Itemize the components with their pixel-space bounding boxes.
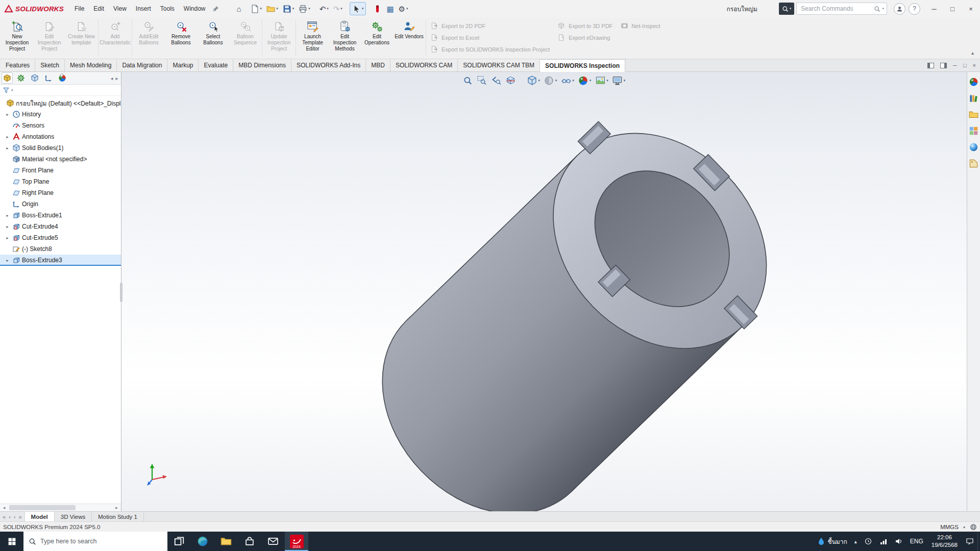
maximize-button[interactable]: □: [943, 0, 962, 17]
undo-button[interactable]: ↶▾: [317, 2, 331, 15]
tab-motion-study-1[interactable]: Motion Study 1: [92, 512, 144, 521]
chevron-down-icon[interactable]: ▾: [260, 7, 262, 11]
mail-button[interactable]: [261, 532, 285, 551]
view-palette-icon[interactable]: [969, 126, 978, 136]
section-view-button[interactable]: [504, 74, 517, 87]
tray-clock-app[interactable]: [861, 532, 876, 551]
expand-arrow-icon[interactable]: ▸: [4, 258, 11, 263]
task-view-button[interactable]: [167, 532, 191, 551]
chevron-down-icon[interactable]: ▾: [606, 79, 608, 83]
save-button[interactable]: ▾: [281, 2, 297, 15]
tree-item-cut-extrude5[interactable]: ▸ Cut-Extrude5: [0, 232, 121, 243]
balloon-sequence-button[interactable]: Balloon Sequence: [229, 18, 261, 58]
tab-data-migration[interactable]: Data Migration: [117, 59, 167, 71]
chevron-down-icon[interactable]: ▾: [406, 7, 408, 11]
custom-properties-icon[interactable]: [969, 159, 978, 168]
solidworks-app-button[interactable]: 2024: [285, 532, 308, 551]
display-style-button[interactable]: ▾: [543, 74, 559, 87]
model-3d-cylinder[interactable]: [121, 72, 967, 511]
chevron-down-icon[interactable]: ▾: [555, 79, 557, 83]
create-new-template-button[interactable]: Create New template: [65, 18, 97, 58]
tab-configurationmanager[interactable]: [29, 72, 40, 84]
menu-file[interactable]: File: [70, 0, 89, 17]
tab-dimxpertmanager[interactable]: [43, 72, 54, 84]
weather-widget[interactable]: ชื้นมาก: [814, 532, 851, 551]
expand-arrow-icon[interactable]: ▸: [4, 213, 11, 218]
tab-solidworks-addins[interactable]: SOLIDWORKS Add-Ins: [291, 59, 366, 71]
edit-appearance-button[interactable]: ▾: [577, 74, 593, 87]
tab-markup[interactable]: Markup: [167, 59, 199, 71]
tree-item-sketch8[interactable]: (-) Sketch8: [0, 243, 121, 255]
prev-tab-icon[interactable]: ‹: [9, 514, 11, 520]
tab-solidworks-cam[interactable]: SOLIDWORKS CAM: [390, 59, 458, 71]
edge-button[interactable]: [191, 532, 214, 551]
search-scope-button[interactable]: ▾: [779, 3, 794, 15]
chevron-down-icon[interactable]: ▾: [308, 7, 310, 11]
export-swip-button[interactable]: Export to SOLIDWORKS Inspection Project: [431, 45, 550, 53]
search-commands-box[interactable]: ▾: [796, 3, 887, 15]
tree-item-solid-bodies[interactable]: ▸ Solid Bodies(1): [0, 142, 121, 154]
search-commands-input[interactable]: [801, 5, 872, 12]
menu-window[interactable]: Window: [179, 0, 210, 17]
chevron-down-icon[interactable]: ▾: [572, 79, 574, 83]
menu-edit[interactable]: Edit: [89, 0, 109, 17]
tab-featuremanager-tree[interactable]: [2, 72, 13, 84]
file-explorer-button[interactable]: [214, 532, 238, 551]
tree-item-boss-extrude3[interactable]: ▸ Boss-Extrude3: [0, 255, 121, 266]
zoom-to-fit-button[interactable]: [461, 74, 474, 87]
export-2d-pdf-button[interactable]: Export to 2D PDF: [431, 22, 485, 30]
expand-arrow-icon[interactable]: ▸: [4, 236, 11, 240]
scroll-left-icon[interactable]: ◂: [0, 505, 8, 510]
chevron-down-icon[interactable]: ▾: [590, 79, 592, 83]
ribbon-collapse-icon[interactable]: ▴: [971, 50, 974, 56]
chevron-down-icon[interactable]: ▾: [362, 7, 364, 11]
remove-balloons-button[interactable]: Remove Balloons: [165, 18, 197, 58]
tree-item-cut-extrude4[interactable]: ▸ Cut-Extrude4: [0, 221, 121, 232]
tree-item-sensors[interactable]: Sensors: [0, 120, 121, 131]
export-3d-pdf-button[interactable]: Export to 3D PDF: [558, 22, 612, 30]
select-tool-button[interactable]: ▾: [350, 2, 366, 15]
tab-evaluate[interactable]: Evaluate: [199, 59, 233, 71]
search-icon[interactable]: [874, 6, 880, 12]
tree-root-part[interactable]: กรอบใหญ่ม (Default) <<Default>_Displ: [0, 97, 121, 109]
view-settings-button[interactable]: ▾: [611, 74, 627, 87]
tree-item-top-plane[interactable]: Top Plane: [0, 176, 121, 187]
tab-solidworks-cam-tbm[interactable]: SOLIDWORKS CAM TBM: [458, 59, 540, 71]
close-button[interactable]: ×: [962, 0, 980, 17]
edit-vendors-button[interactable]: Edit Vendors: [393, 18, 425, 58]
options-button[interactable]: ⚙▾: [397, 2, 410, 15]
tree-item-material[interactable]: Material <not specified>: [0, 154, 121, 165]
print-button[interactable]: ▾: [297, 2, 312, 15]
pin-icon[interactable]: [212, 5, 219, 12]
edit-operations-button[interactable]: Edit Operations: [361, 18, 393, 58]
help-button[interactable]: ?: [909, 3, 920, 15]
scroll-right-icon[interactable]: ▸: [113, 505, 121, 510]
tab-features[interactable]: Features: [1, 59, 35, 71]
expand-arrow-icon[interactable]: ▸: [4, 146, 11, 151]
previous-view-button[interactable]: [489, 74, 503, 87]
chevron-down-icon[interactable]: ▾: [327, 7, 329, 11]
select-balloons-button[interactable]: Select Balloons: [197, 18, 229, 58]
show-hidden-icons-button[interactable]: ▴: [851, 532, 861, 551]
tab-propertymanager[interactable]: [15, 72, 27, 84]
tree-item-right-plane[interactable]: Right Plane: [0, 187, 121, 198]
user-account-button[interactable]: [894, 3, 905, 15]
edit-inspection-methods-button[interactable]: Edit Inspection Methods: [329, 18, 361, 58]
apply-scene-button[interactable]: ▾: [594, 74, 610, 87]
chevron-down-icon[interactable]: ▾: [624, 79, 626, 83]
microsoft-store-button[interactable]: [238, 532, 261, 551]
table-button[interactable]: ▦: [384, 2, 396, 15]
scroll-left-icon[interactable]: ◂: [110, 76, 113, 81]
solidworks-resources-icon[interactable]: [969, 77, 978, 87]
add-characteristic-button[interactable]: Add Characteristic: [99, 18, 131, 58]
start-button[interactable]: [0, 532, 23, 551]
volume-status[interactable]: [891, 532, 906, 551]
new-document-button[interactable]: ▾: [249, 2, 264, 15]
minimize-button[interactable]: ─: [925, 0, 943, 17]
export-excel-button[interactable]: Export to Excel: [431, 34, 479, 41]
expand-arrow-icon[interactable]: ▸: [4, 224, 11, 229]
update-inspection-project-button[interactable]: Update Inspection Project: [263, 18, 295, 58]
chevron-down-icon[interactable]: ▾: [292, 7, 295, 11]
redo-button[interactable]: ↷▾: [331, 2, 345, 15]
new-inspection-project-button[interactable]: New Inspection Project: [1, 18, 33, 58]
